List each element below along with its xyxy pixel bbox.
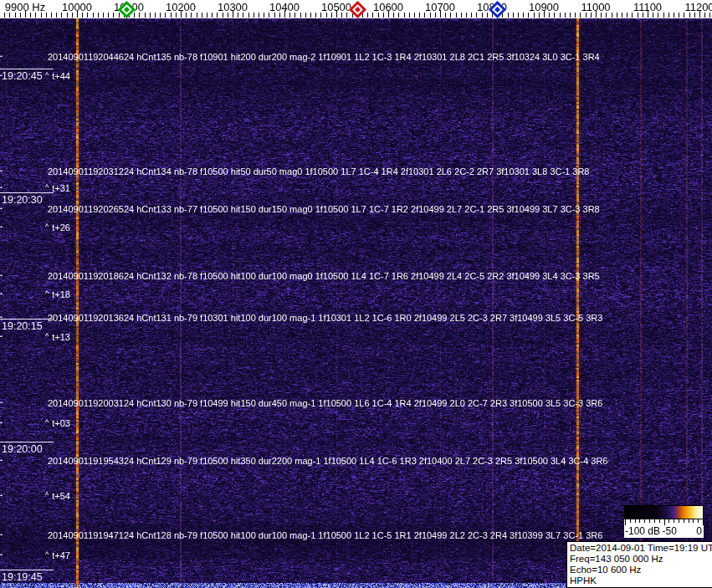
time-label: 19:20:15 <box>2 320 43 332</box>
freq-tick-label: 11100 <box>633 1 662 13</box>
time-label: 19:19:45 <box>2 571 43 583</box>
event-tplus-label: t+13 <box>52 332 70 342</box>
event-log-line: 20140901191954324 hCnt129 nb-79 f10500 h… <box>48 456 608 466</box>
caret-mark-icon: ^ <box>45 550 49 559</box>
freq-tick-label: 11000 <box>581 1 610 13</box>
freq-tick-label: 10400 <box>269 1 300 13</box>
event-log-line: 20140901192044624 hCnt135 nb-78 f10901 h… <box>48 52 600 62</box>
event-tplus-label: t+03 <box>52 418 70 428</box>
db-label-mid: -50 <box>662 525 676 537</box>
caret-mark-icon: ^ <box>45 491 49 499</box>
event-tplus-label: t+47 <box>52 550 70 560</box>
time-label: 19:20:00 <box>2 443 43 455</box>
time-tick-line <box>0 442 54 442</box>
event-tplus-label: t+31 <box>52 183 70 193</box>
marker-dot <box>124 7 130 13</box>
spectrum-waterfall-window: 9900 Hz 10000 10100 10200 10300 10400 10… <box>0 0 712 588</box>
event-log-line: 20140901192003124 hCnt130 nb-79 f10499 h… <box>48 398 602 408</box>
event-time-offset: ^t+54 <box>45 491 70 501</box>
info-frequency: Freq=143 050 000 Hz <box>570 554 712 565</box>
freq-tick-label: 10600 <box>373 1 403 13</box>
freq-tick-label: 10900 <box>529 1 559 13</box>
time-label: 19:20:45 <box>2 70 43 82</box>
event-tplus-label: t+18 <box>52 289 70 299</box>
event-tplus-label: t+26 <box>52 222 70 233</box>
info-echo: Echo=10 600 Hz <box>570 565 712 575</box>
event-tplus-label: t+54 <box>52 491 70 501</box>
event-log-line: 20140901192013624 hCnt131 nb-79 f10301 h… <box>48 313 602 323</box>
info-station-code: HPHK <box>570 575 712 586</box>
freq-tick-label: 10200 <box>166 1 196 13</box>
event-time-offset: ^t+13 <box>45 332 70 342</box>
event-time-offset: ^t+26 <box>45 222 70 233</box>
marker-dot <box>494 7 500 13</box>
time-label: 19:20:30 <box>2 194 43 206</box>
info-date-time: Date=2014-09-01 Time=19:19 UTC <box>570 543 712 554</box>
freq-tick-label: 11200 <box>684 1 712 13</box>
event-log-line: 20140901191947124 hCnt128 nb-79 f10500 h… <box>48 530 602 540</box>
caret-mark-icon: ^ <box>45 332 49 340</box>
time-tick-line <box>0 69 54 69</box>
event-time-offset: ^t+18 <box>45 289 70 299</box>
freq-tick-label: 10700 <box>425 1 455 13</box>
time-tick-line <box>0 319 54 320</box>
freq-tick-label: 10300 <box>218 1 248 13</box>
spectrogram-canvas <box>0 0 712 588</box>
caret-mark-icon: ^ <box>45 289 49 298</box>
marker-dot <box>355 7 361 13</box>
caret-mark-icon: ^ <box>45 71 49 79</box>
event-log-line: 20140901192031224 hCnt134 nb-78 f10500 h… <box>48 166 589 176</box>
freq-tick-label: 9900 Hz <box>5 1 45 13</box>
caret-mark-icon: ^ <box>45 222 49 231</box>
event-time-offset: ^t+47 <box>45 550 70 560</box>
freq-tick-label: 10500 <box>321 1 351 13</box>
caret-mark-icon: ^ <box>45 418 49 427</box>
time-tick-line <box>0 570 54 570</box>
db-label-max: 0 <box>696 525 702 537</box>
caret-mark-icon: ^ <box>45 183 49 192</box>
event-time-offset: ^t+03 <box>45 418 70 428</box>
db-scale-legend: -100 dB -50 0 <box>624 525 704 538</box>
event-tplus-label: t+44 <box>52 71 70 81</box>
event-time-offset: ^t+31 <box>45 183 70 193</box>
event-time-offset: ^t+44 <box>45 71 70 81</box>
event-log-line: 20140901192018624 hCnt132 nb-78 f10500 h… <box>48 271 600 281</box>
status-info-box: Date=2014-09-01 Time=19:19 UTC Freq=143 … <box>566 541 712 588</box>
freq-tick-label: 10000 <box>62 1 92 13</box>
event-log-line: 20140901192026524 hCnt133 nb-77 f10500 h… <box>48 204 600 214</box>
db-label-min: -100 dB <box>625 525 660 537</box>
